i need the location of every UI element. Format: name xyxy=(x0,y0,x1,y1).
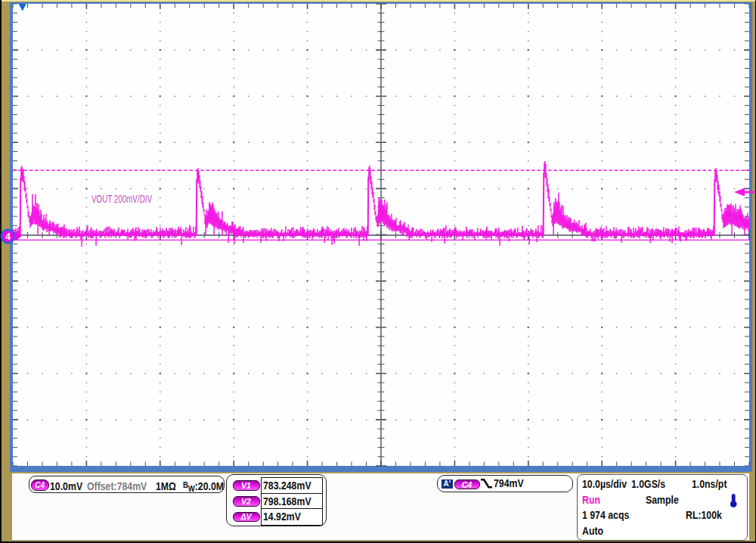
svg-text:VOUT 200mV/DIV: VOUT 200mV/DIV xyxy=(91,193,152,205)
svg-text:4: 4 xyxy=(5,231,11,242)
